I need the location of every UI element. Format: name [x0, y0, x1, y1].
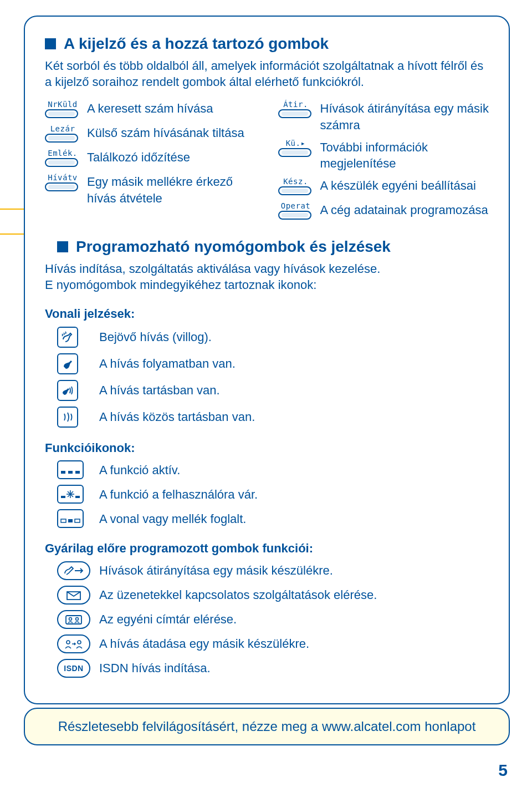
softkey-desc: Egy másik mellékre érkező hívás átvétele: [87, 174, 256, 206]
section-title-row: A kijelző és a hozzá tartozó gombok: [45, 33, 489, 54]
softkey-icon: Átir.: [278, 100, 314, 119]
softkey-tag: Operat: [278, 202, 314, 210]
softkey-desc: A cég adatainak programozása: [320, 202, 489, 219]
svg-rect-17: [68, 471, 73, 474]
preset-text: Az egyéni címtár elérése.: [99, 611, 237, 628]
preset-text: ISDN hívás indítása.: [99, 660, 211, 677]
bullet-square-icon: [57, 241, 68, 252]
line-signal-text: A hívás tartásban van.: [99, 382, 220, 399]
svg-rect-13: [282, 189, 308, 193]
function-icon-item: A funkció aktív.: [57, 460, 489, 479]
function-icon-item: A funkció a felhasználóra vár.: [57, 485, 489, 504]
softkey-icon: Hívátv: [45, 174, 80, 192]
section2-title-row: Programozható nyomógombok és jelzések: [57, 236, 489, 257]
softkey-item: Kész. A készülék egyéni beállításai: [278, 177, 489, 196]
svg-point-33: [78, 641, 81, 644]
softkey-item: Lezár Külső szám hívásának tiltása: [45, 125, 256, 144]
svg-rect-3: [48, 136, 75, 140]
softkey-icon: NrKüld: [45, 100, 80, 119]
svg-rect-16: [61, 471, 65, 474]
softkey-item: Emlék. Találkozó időzítése: [45, 149, 256, 168]
key-cap-icon: [278, 148, 311, 158]
softkey-item: Átir. Hívások átirányítása egy másik szá…: [278, 100, 489, 133]
softkey-icon: Kü.▸: [278, 139, 314, 158]
line-signals-heading: Vonali jelzések:: [45, 306, 489, 322]
svg-point-30: [69, 618, 72, 621]
softkey-tag: Kész.: [278, 177, 314, 185]
softkey-tag: NrKüld: [45, 100, 80, 108]
section1-title: A kijelző és a hozzá tartozó gombok: [64, 33, 329, 54]
key-cap-icon: [45, 134, 78, 144]
svg-rect-18: [75, 471, 80, 474]
softkey-icon: Lezár: [45, 125, 80, 144]
line-signal-item: Bejövő hívás (villog).: [57, 327, 489, 348]
svg-rect-20: [75, 496, 80, 498]
svg-rect-9: [282, 111, 308, 116]
incoming-call-flash-icon: [57, 327, 78, 348]
svg-point-31: [76, 618, 79, 621]
call-shared-hold-icon: [57, 407, 78, 428]
softkey-item: Hívátv Egy másik mellékre érkező hívás á…: [45, 174, 256, 206]
softkey-icon: Operat: [278, 202, 314, 221]
function-busy-icon: [57, 509, 84, 528]
preset-text: Hívások átirányítása egy másik készülékr…: [99, 562, 333, 579]
svg-rect-27: [75, 519, 80, 522]
softkey-col-left: NrKüld A keresett szám hívása Lezár Küls…: [45, 100, 256, 221]
section2-body: Hívás indítása, szolgáltatás aktiválása …: [45, 261, 489, 293]
softkey-item: Operat A cég adatainak programozása: [278, 202, 489, 221]
softkey-columns: NrKüld A keresett szám hívása Lezár Küls…: [45, 100, 489, 221]
preset-buttons-heading: Gyárilag előre programozott gombok funkc…: [45, 540, 489, 557]
softkey-tag: Kü.▸: [278, 139, 314, 147]
line-signal-item: A hívás tartásban van.: [57, 380, 489, 401]
preset-text: A hívás átadása egy másik készülékre.: [99, 636, 309, 652]
key-cap-icon: [45, 109, 78, 119]
line-signal-item: A hívás folyamatban van.: [57, 353, 489, 374]
svg-point-32: [66, 641, 70, 644]
svg-rect-1: [48, 111, 75, 116]
function-waiting-icon: [57, 485, 84, 504]
key-cap-icon: [278, 186, 311, 196]
key-cap-icon: [278, 109, 311, 119]
call-in-progress-icon: [57, 353, 78, 374]
preset-item: Hívások átirányítása egy másik készülékr…: [57, 561, 489, 580]
function-icon-text: A vonal vagy mellék foglalt.: [99, 511, 246, 527]
softkey-desc: Találkozó időzítése: [87, 149, 256, 166]
personal-directory-icon: [57, 610, 90, 629]
forward-calls-icon: [57, 561, 90, 580]
line-signal-text: A hívás közös tartásban van.: [99, 409, 255, 425]
softkey-desc: A készülék egyéni beállításai: [320, 177, 489, 194]
section1-body: Két sorból és több oldalból áll, amelyek…: [45, 58, 489, 90]
function-icon-item: A vonal vagy mellék foglalt.: [57, 509, 489, 528]
message-services-icon: [57, 586, 90, 605]
key-cap-icon: [45, 182, 78, 192]
softkey-desc: Külső szám hívásának tiltása: [87, 125, 256, 141]
softkey-tag: Hívátv: [45, 174, 80, 181]
svg-rect-26: [68, 519, 73, 522]
line-signal-text: Bejövő hívás (villog).: [99, 329, 212, 346]
softkey-tag: Lezár: [45, 125, 80, 133]
softkey-item: Kü.▸ További információk megjelenítése: [278, 139, 489, 172]
section2-title: Programozható nyomógombok és jelzések: [76, 236, 391, 257]
bullet-square-icon: [45, 38, 56, 49]
preset-text: Az üzenetekkel kapcsolatos szolgáltatáso…: [99, 587, 377, 603]
svg-rect-25: [61, 519, 66, 522]
preset-item: A hívás átadása egy másik készülékre.: [57, 634, 489, 653]
svg-rect-15: [282, 213, 308, 217]
softkey-desc: A keresett szám hívása: [87, 100, 256, 117]
preset-item: Az üzenetekkel kapcsolatos szolgáltatáso…: [57, 586, 489, 605]
footer-text: Részletesebb felvilágosításért, nézze me…: [58, 718, 476, 735]
svg-rect-5: [48, 160, 75, 165]
tab-connector: [0, 209, 24, 210]
line-signal-text: A hívás folyamatban van.: [99, 356, 236, 372]
softkey-item: NrKüld A keresett szám hívása: [45, 100, 256, 119]
key-cap-icon: [278, 211, 311, 221]
footer-card: Részletesebb felvilágosításért, nézze me…: [24, 708, 510, 745]
isdn-label: ISDN: [64, 663, 83, 674]
function-icons-heading: Funkcióikonok:: [45, 440, 489, 456]
preset-item: ISDN ISDN hívás indítása.: [57, 659, 489, 678]
softkey-tag: Átir.: [278, 100, 314, 108]
transfer-call-icon: [57, 634, 90, 653]
isdn-call-icon: ISDN: [57, 659, 90, 678]
softkey-icon: Kész.: [278, 177, 314, 196]
svg-rect-7: [48, 185, 75, 189]
